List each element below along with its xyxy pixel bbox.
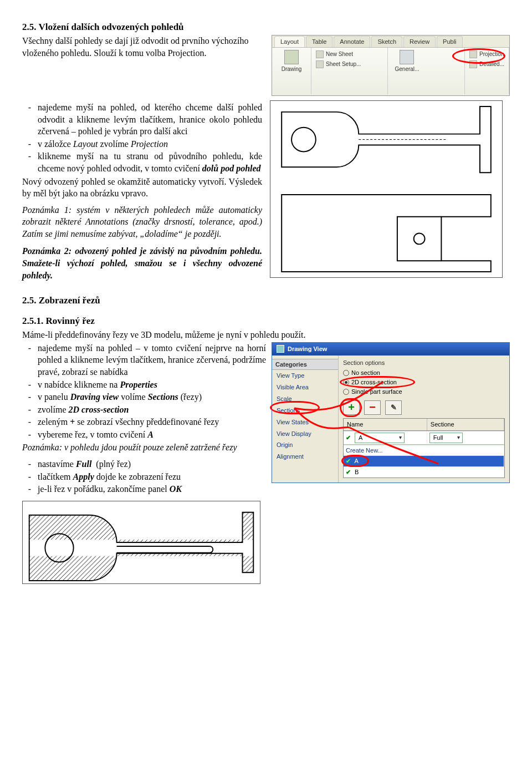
option-b[interactable]: B: [355, 469, 359, 475]
option-a[interactable]: A: [354, 458, 358, 464]
b-vybereme-a: vybereme řez, v tomto cvičení A: [38, 429, 266, 441]
section-type-select[interactable]: Full: [429, 433, 463, 443]
section-view-figure: [22, 501, 260, 584]
radio-no-section-label: No section: [351, 369, 380, 377]
radio-no-section[interactable]: No section: [343, 369, 505, 377]
new-sheet-label: New Sheet: [326, 50, 353, 58]
new-sheet-icon: [316, 50, 324, 58]
drawing-icon: [284, 50, 299, 64]
panel-title-text: Drawing View: [288, 345, 327, 353]
note-1: Poznámka 1: systém v některých pohledech…: [22, 204, 262, 240]
red-highlight-projection: [452, 48, 505, 64]
add-section-button[interactable]: +: [343, 400, 360, 415]
mechanical-views-figure: [270, 100, 503, 278]
ribbon-tab-sketch[interactable]: Sketch: [371, 36, 402, 47]
col-name: Name: [344, 419, 427, 430]
cat-sections[interactable]: Sections: [272, 405, 338, 417]
cat-view-display[interactable]: View Display: [272, 428, 338, 440]
ribbon-tab-layout[interactable]: Layout: [274, 36, 305, 47]
section-options-label: Section options: [343, 359, 505, 367]
rovinny-lead: Máme-li předdefinovány řezy ve 3D modelu…: [22, 329, 510, 341]
check-icon: ✔: [346, 434, 351, 441]
ribbon-toolbar: Layout Table Annotate Sketch Review Publ…: [272, 35, 510, 96]
svg-point-1: [414, 233, 425, 244]
drawing-label: Drawing: [282, 65, 302, 73]
radio-2d-cross[interactable]: 2D cross-section: [343, 378, 505, 387]
categories-header: Categories: [272, 359, 338, 370]
section-title-zobrazeni: 2.5. Zobrazení řezů: [22, 294, 510, 307]
section-title-vlozeni: 2.5. Vložení dalších odvozených pohledů: [22, 21, 510, 34]
ribbon-tab-annotate[interactable]: Annotate: [334, 36, 370, 47]
sheet-setup-button[interactable]: Sheet Setup...: [315, 60, 384, 69]
option-create-new[interactable]: Create New...: [344, 445, 504, 456]
note-2: Poznámka 2: odvozený pohled je závislý n…: [22, 245, 262, 281]
panel-main: Section options No section 2D cross-sect…: [339, 356, 509, 483]
b-najedeme-pohled: najedeme myší na pohled – v tomto cvičen…: [38, 342, 266, 378]
categories-list: Categories View Type Visible Area Scale …: [272, 356, 339, 483]
ribbon-tab-review[interactable]: Review: [403, 36, 436, 47]
cat-view-states[interactable]: View States: [272, 417, 338, 428]
b-properties: v nabídce klikneme na Properties: [38, 379, 266, 391]
section-name-select[interactable]: A: [355, 433, 405, 443]
sheet-setup-label: Sheet Setup...: [326, 60, 361, 68]
general-label: General...: [395, 65, 420, 73]
drawing-button[interactable]: Drawing: [275, 50, 308, 73]
b-full: nastavíme Full (plný řez): [38, 458, 266, 470]
general-icon: [400, 50, 414, 64]
svg-point-0: [291, 128, 316, 152]
cat-origin[interactable]: Origin: [272, 439, 338, 451]
radio-icon: [343, 379, 349, 385]
bullet-klikneme: klikneme myší na tu stranu od původního …: [38, 150, 262, 174]
bullet-najedeme: najedeme myší na pohled, od kterého chce…: [38, 101, 262, 138]
section-title-rovinny: 2.5.1. Rovinný řez: [22, 315, 510, 328]
general-button[interactable]: General...: [391, 50, 422, 73]
radio-icon: [343, 370, 349, 376]
cat-scale[interactable]: Scale: [272, 393, 338, 405]
derived-body: Nový odvozený pohled se okamžitě automat…: [22, 176, 262, 200]
remove-section-button[interactable]: −: [364, 400, 381, 415]
edit-section-button[interactable]: ✎: [385, 400, 402, 415]
radio-icon: [343, 389, 349, 395]
b-apply: tlačítkem Apply dojde ke zobrazení řezu: [38, 471, 266, 483]
sections-table: Name Sectione ✔ A Full Create New...: [343, 418, 505, 478]
ribbon-tab-publish[interactable]: Publi: [437, 36, 462, 47]
b-ok: je-li řez v pořádku, zakončíme panel OK: [38, 483, 266, 495]
b-sections: v panelu Draving view volíme Sections (ř…: [38, 391, 266, 403]
cat-visible-area[interactable]: Visible Area: [272, 382, 338, 393]
radio-single-part-label: Single part surface: [351, 388, 402, 396]
new-sheet-button[interactable]: New Sheet: [315, 50, 384, 59]
col-sectioned: Sectione: [427, 419, 504, 430]
sheet-setup-icon: [316, 60, 324, 68]
drawing-view-panel: Drawing View Categories View Type Visibl…: [272, 342, 510, 483]
check-icon: ✔: [346, 469, 351, 475]
ribbon-figure-wrapper: Layout Table Annotate Sketch Review Publ…: [265, 35, 510, 100]
check-icon: ✔: [346, 458, 351, 464]
b-2d-cross: zvolíme 2D cross-section: [38, 404, 266, 416]
b-green-plus: zeleným + se zobrazí všechny předdefinov…: [38, 416, 266, 428]
cat-view-type[interactable]: View Type: [272, 370, 338, 382]
panel-title-icon: [277, 345, 284, 353]
panel-titlebar: Drawing View: [272, 343, 509, 356]
ribbon-tab-table[interactable]: Table: [306, 36, 332, 47]
cat-alignment[interactable]: Alignment: [272, 451, 338, 463]
note-green-checked: Poznámka: v pohledu jdou použít pouze ze…: [22, 441, 266, 454]
bullet-layout-projection: v záložce Layout zvolíme Projection: [38, 138, 262, 150]
radio-single-part[interactable]: Single part surface: [343, 388, 505, 396]
radio-2d-cross-label: 2D cross-section: [351, 378, 397, 387]
